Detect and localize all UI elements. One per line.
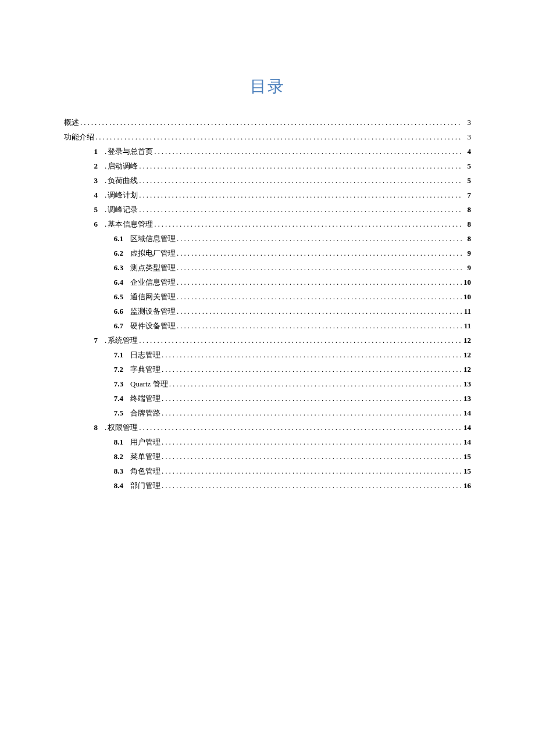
toc-entry-prefix: . bbox=[105, 159, 106, 173]
toc-entry[interactable]: 8.1用户管理.................................… bbox=[64, 435, 471, 449]
toc-leader-dots: ........................................… bbox=[162, 435, 462, 449]
toc-entry[interactable]: 6.7硬件设备管理...............................… bbox=[64, 318, 471, 333]
toc-entry-number: 7 bbox=[85, 333, 98, 347]
toc-entry[interactable]: 6.1区域信息管理...............................… bbox=[64, 231, 471, 246]
toc-leader-dots: ........................................… bbox=[162, 391, 462, 406]
toc-leader-dots: ........................................… bbox=[177, 318, 462, 333]
toc-entry-label: 监测设备管理 bbox=[130, 304, 176, 318]
toc-entry[interactable]: 8.2菜单管理.................................… bbox=[64, 449, 471, 464]
toc-entry-page: 10 bbox=[462, 275, 471, 289]
toc-entry-number: 1 bbox=[85, 144, 98, 159]
toc-leader-dots: ........................................… bbox=[139, 188, 462, 202]
toc-entry-label: 日志管理 bbox=[130, 347, 160, 362]
toc-entry[interactable]: 6.2虚拟电厂管理...............................… bbox=[64, 246, 471, 260]
toc-entry-label: 基本信息管理 bbox=[108, 217, 153, 231]
toc-entry-number: 3 bbox=[85, 173, 98, 188]
toc-entry-number: 7.3 bbox=[109, 377, 123, 391]
toc-leader-dots: ........................................… bbox=[154, 217, 462, 231]
toc-entry-prefix: . bbox=[105, 420, 106, 435]
toc-entry-number: 6.5 bbox=[109, 289, 123, 304]
toc-leader-dots: ........................................… bbox=[154, 144, 462, 159]
toc-entry-label: 合牌管路 bbox=[130, 406, 160, 420]
toc-entry[interactable]: 7.5合牌管路.................................… bbox=[64, 406, 471, 420]
toc-entry-label: 概述 bbox=[64, 115, 79, 130]
toc-entry[interactable]: 5. 调峰记录.................................… bbox=[64, 202, 471, 217]
toc-entry[interactable]: 7.4终端管理.................................… bbox=[64, 391, 471, 406]
toc-entry[interactable]: 8.3角色管理.................................… bbox=[64, 464, 471, 478]
toc-entry-number: 6.4 bbox=[109, 275, 123, 289]
toc-entry-label: 调峰记录 bbox=[108, 202, 138, 217]
toc-entry-label: 角色管理 bbox=[130, 464, 160, 478]
toc-leader-dots: ........................................… bbox=[162, 478, 462, 493]
toc-entry[interactable]: 概述......................................… bbox=[64, 115, 471, 130]
toc-entry-number: 7.4 bbox=[109, 391, 123, 406]
toc-entry[interactable]: 7.3Quartz 管理............................… bbox=[64, 377, 471, 391]
toc-entry-prefix: . bbox=[105, 144, 106, 159]
toc-entry-page: 8 bbox=[462, 202, 471, 217]
toc-entry[interactable]: 7.1日志管理.................................… bbox=[64, 347, 471, 362]
toc-leader-dots: ........................................… bbox=[177, 231, 462, 246]
toc-leader-dots: ........................................… bbox=[177, 304, 462, 318]
toc-entry[interactable]: 6.5通信网关管理...............................… bbox=[64, 289, 471, 304]
toc-entry-label: 菜单管理 bbox=[130, 449, 160, 464]
toc-entry-page: 10 bbox=[462, 289, 471, 304]
toc-entry-label: Quartz 管理 bbox=[130, 377, 168, 391]
toc-entry-number: 7.5 bbox=[109, 406, 123, 420]
toc-entry-number: 2 bbox=[85, 159, 98, 173]
toc-leader-dots: ........................................… bbox=[95, 130, 462, 144]
toc-entry-number: 8.4 bbox=[109, 478, 123, 493]
toc-entry-label: 用户管理 bbox=[130, 435, 160, 449]
toc-entry-page: 3 bbox=[462, 130, 471, 144]
toc-entry[interactable]: 8.4部门管理.................................… bbox=[64, 478, 471, 493]
toc-entry-prefix: . bbox=[105, 217, 106, 231]
toc-entry-page: 13 bbox=[462, 391, 471, 406]
toc-leader-dots: ........................................… bbox=[177, 289, 462, 304]
toc-entry[interactable]: 8. 权限管理.................................… bbox=[64, 420, 471, 435]
toc-entry-page: 13 bbox=[462, 377, 471, 391]
toc-entry-number: 6.2 bbox=[109, 246, 123, 260]
toc-entry[interactable]: 3. 负荷曲线.................................… bbox=[64, 173, 471, 188]
toc-entry-page: 4 bbox=[462, 144, 471, 159]
toc-entry[interactable]: 7.系统管理..................................… bbox=[64, 333, 471, 347]
toc-entry-number: 7.2 bbox=[109, 362, 123, 377]
toc-entry-label: 部门管理 bbox=[130, 478, 160, 493]
toc-entry[interactable]: 6.基本信息管理................................… bbox=[64, 217, 471, 231]
toc-entry-page: 8 bbox=[462, 231, 471, 246]
toc-entry-label: 虚拟电厂管理 bbox=[130, 246, 176, 260]
toc-entry-number: 6.6 bbox=[109, 304, 123, 318]
toc-entry-page: 9 bbox=[462, 260, 471, 275]
toc-entry-number: 7.1 bbox=[109, 347, 123, 362]
toc-entry[interactable]: 4.调峰计划..................................… bbox=[64, 188, 471, 202]
toc-entry-label: 权限管理 bbox=[108, 420, 138, 435]
toc-entry-label: 负荷曲线 bbox=[108, 173, 138, 188]
toc-entry-page: 14 bbox=[462, 420, 471, 435]
toc-entry-number: 8 bbox=[85, 420, 98, 435]
toc-entry-page: 12 bbox=[462, 347, 471, 362]
toc-entry-page: 14 bbox=[462, 406, 471, 420]
toc-entry[interactable]: 1.登录与总首页................................… bbox=[64, 144, 471, 159]
toc-entry[interactable]: 6.3测点类型管理...............................… bbox=[64, 260, 471, 275]
toc-entry-label: 区域信息管理 bbox=[130, 231, 176, 246]
toc-entry-prefix: . bbox=[105, 188, 106, 202]
toc-entry-page: 3 bbox=[462, 115, 471, 130]
toc-entry-page: 9 bbox=[462, 246, 471, 260]
toc-entry-label: 企业信息管理 bbox=[130, 275, 176, 289]
toc-leader-dots: ........................................… bbox=[139, 173, 462, 188]
toc-entry-prefix: . bbox=[105, 202, 106, 217]
toc-entry[interactable]: 6.6监测设备管理...............................… bbox=[64, 304, 471, 318]
toc-container: 概述......................................… bbox=[64, 115, 471, 493]
toc-entry-page: 12 bbox=[462, 362, 471, 377]
toc-entry-label: 字典管理 bbox=[130, 362, 160, 377]
toc-entry-page: 12 bbox=[462, 333, 471, 347]
toc-leader-dots: ........................................… bbox=[139, 202, 462, 217]
toc-entry-page: 11 bbox=[462, 318, 471, 333]
toc-entry-prefix: . bbox=[105, 173, 106, 188]
toc-entry[interactable]: 2.启动调峰..................................… bbox=[64, 159, 471, 173]
toc-entry[interactable]: 7.2字典管理.................................… bbox=[64, 362, 471, 377]
toc-entry-page: 5 bbox=[462, 173, 471, 188]
toc-entry[interactable]: 6.4企业信息管理...............................… bbox=[64, 275, 471, 289]
toc-entry[interactable]: 功能介绍....................................… bbox=[64, 130, 471, 144]
toc-leader-dots: ........................................… bbox=[177, 246, 462, 260]
toc-leader-dots: ........................................… bbox=[177, 260, 462, 275]
toc-leader-dots: ........................................… bbox=[80, 115, 462, 130]
